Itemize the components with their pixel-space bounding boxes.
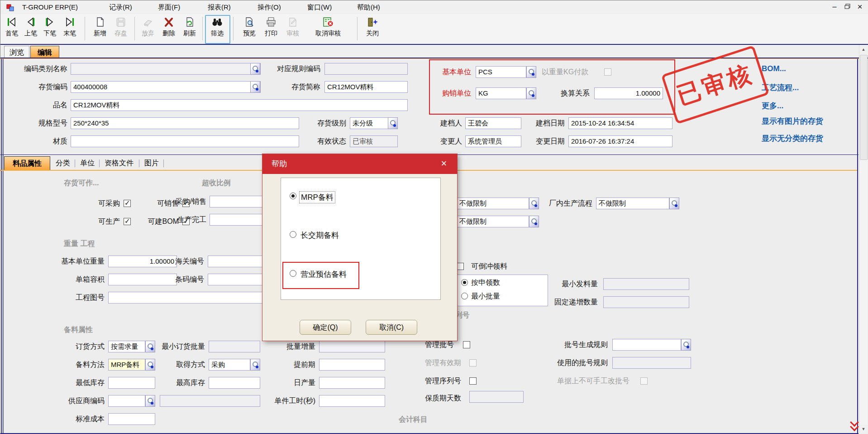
- lookup-icon[interactable]: [529, 198, 539, 209]
- close-window-button[interactable]: ×: [854, 2, 866, 12]
- field-name[interactable]: CR12MOV精料: [71, 99, 408, 111]
- menu-window[interactable]: 窗口(W): [305, 2, 334, 12]
- lookup-icon[interactable]: [388, 117, 398, 129]
- field-lead-time[interactable]: [319, 359, 385, 371]
- toolbar-audit-button[interactable]: 审核: [283, 15, 303, 42]
- scroll-down-icon[interactable]: ▼: [859, 424, 868, 434]
- toolbar-save-button[interactable]: 存盘: [111, 15, 131, 42]
- dialog-ok-button[interactable]: 确定(Q): [300, 320, 351, 335]
- toolbar-delete-button[interactable]: 删除: [159, 15, 179, 42]
- lookup-icon[interactable]: [669, 198, 679, 209]
- lookup-icon[interactable]: [250, 359, 260, 371]
- toolbar-last-button[interactable]: 末笔: [60, 15, 80, 42]
- pay-by-weight-checkbox[interactable]: [604, 68, 611, 76]
- field-modifier: 系统管理员: [465, 135, 521, 147]
- menu-report[interactable]: 报表(R): [206, 2, 233, 12]
- field-batch-rule[interactable]: [612, 339, 681, 351]
- field-spec[interactable]: 250*240*35: [71, 117, 299, 129]
- toolbar-add-button[interactable]: 新增: [90, 15, 110, 42]
- field-factory-flow[interactable]: 不做限制: [596, 198, 669, 209]
- link-more[interactable]: 更多...: [762, 101, 783, 111]
- toolbar-preview-button[interactable]: 预览: [239, 15, 259, 42]
- field-min-issue: [603, 278, 689, 290]
- tab-browse[interactable]: 浏览: [4, 46, 29, 58]
- vertical-scrollbar[interactable]: ▲ ▼: [859, 45, 868, 434]
- toolbar-next-button[interactable]: 下笔: [41, 15, 59, 42]
- lookup-icon[interactable]: [681, 339, 691, 351]
- manage-batch-checkbox[interactable]: [463, 341, 470, 348]
- menu-help[interactable]: 帮助(H): [355, 2, 382, 12]
- label-inv-short: 存货简称: [265, 81, 320, 93]
- backflush-checkbox[interactable]: [457, 263, 464, 270]
- no-manual-batch-checkbox[interactable]: [640, 377, 648, 385]
- toolbar-cancel-audit-button[interactable]: 取消审核: [306, 15, 350, 42]
- menu-app-title[interactable]: T-GROUP ERP(E): [20, 2, 80, 12]
- field-min-stock[interactable]: [108, 377, 155, 389]
- toolbar-discard-button[interactable]: 放弃: [138, 15, 158, 42]
- toolbar-prev-button[interactable]: 上笔: [22, 15, 40, 42]
- lookup-icon[interactable]: [529, 216, 539, 227]
- long-lead-option-label[interactable]: 长交期备料: [300, 230, 339, 241]
- menu-record[interactable]: 记录(R): [107, 2, 134, 12]
- link-show-with-images[interactable]: 显示有图片的存货: [762, 116, 823, 126]
- lookup-icon[interactable]: [250, 63, 260, 75]
- field-inv-code[interactable]: 400400008: [71, 81, 261, 93]
- field-base-unit[interactable]: PCS: [476, 66, 526, 78]
- link-bom[interactable]: BOM...: [762, 64, 786, 73]
- tab-qualification[interactable]: 资格文件: [105, 156, 134, 170]
- field-acquire-mode[interactable]: 采购: [209, 359, 250, 371]
- mrp-option-label[interactable]: MRP备料: [300, 192, 335, 203]
- mrp-option-radio[interactable]: [290, 193, 296, 199]
- field-trade-unit[interactable]: KG: [476, 87, 526, 99]
- restore-button[interactable]: [841, 2, 853, 12]
- manage-serial-checkbox[interactable]: [469, 377, 477, 385]
- lookup-icon[interactable]: [526, 87, 536, 99]
- group-over-ratio: 超收比例: [202, 178, 231, 188]
- dialog-close-icon[interactable]: ×: [437, 154, 451, 174]
- field-category-name[interactable]: [71, 63, 261, 75]
- field-limit-1[interactable]: 不做限制: [457, 198, 529, 209]
- field-inv-short[interactable]: CR12MOV精料: [324, 81, 408, 93]
- field-order-mode[interactable]: 按需求量: [108, 341, 145, 352]
- tab-edit[interactable]: 编辑: [30, 46, 59, 58]
- field-prep-method[interactable]: MRP备料: [108, 359, 145, 371]
- scroll-up-icon[interactable]: ▲: [859, 45, 868, 54]
- tab-category[interactable]: 分类: [56, 156, 70, 170]
- toolbar-print-button[interactable]: 打印: [261, 15, 281, 42]
- min-batch-radio[interactable]: [461, 293, 468, 299]
- menu-interface[interactable]: 界面(F): [156, 2, 182, 12]
- tab-unit[interactable]: 单位: [80, 156, 95, 170]
- can-purchase-checkbox[interactable]: [124, 200, 131, 207]
- minimize-button[interactable]: –: [829, 2, 840, 12]
- scrollbar-thumb[interactable]: [860, 55, 868, 160]
- field-std-cost[interactable]: [108, 413, 155, 425]
- can-produce-checkbox[interactable]: [124, 218, 131, 225]
- field-unit-time[interactable]: [319, 395, 385, 407]
- field-material[interactable]: [71, 135, 299, 147]
- field-max-stock[interactable]: [209, 377, 260, 389]
- manage-expiry-checkbox[interactable]: [469, 359, 477, 366]
- toolbar-close-button[interactable]: 关闭: [362, 15, 382, 42]
- field-daily-output[interactable]: [319, 377, 385, 389]
- toolbar-refresh-button[interactable]: 刷新: [180, 15, 200, 42]
- field-rule-code[interactable]: [324, 63, 408, 75]
- label-material: 材质: [10, 135, 67, 147]
- link-show-unclassified[interactable]: 显示无分类的存货: [762, 133, 823, 144]
- lookup-icon[interactable]: [250, 81, 260, 93]
- toolbar-filter-button[interactable]: 筛选: [207, 15, 228, 42]
- lookup-icon[interactable]: [145, 359, 155, 371]
- dialog-cancel-button[interactable]: 取消(C): [366, 320, 417, 335]
- tab-image[interactable]: 图片: [144, 156, 159, 170]
- lookup-icon[interactable]: [526, 66, 536, 78]
- field-conversion[interactable]: 1.00000: [594, 87, 663, 99]
- tab-item-attrs[interactable]: 料品属性: [4, 156, 50, 170]
- by-request-radio[interactable]: [461, 279, 468, 286]
- menu-operation[interactable]: 操作(O): [256, 2, 283, 12]
- field-supplier[interactable]: [108, 395, 145, 407]
- long-lead-option-radio[interactable]: [290, 231, 296, 238]
- label-min-issue: 最小发料量: [554, 278, 598, 290]
- field-limit-2[interactable]: 不做限制: [457, 216, 529, 227]
- next-record-icon: [44, 15, 55, 29]
- lookup-icon[interactable]: [145, 395, 155, 407]
- toolbar-first-button[interactable]: 首笔: [2, 15, 21, 42]
